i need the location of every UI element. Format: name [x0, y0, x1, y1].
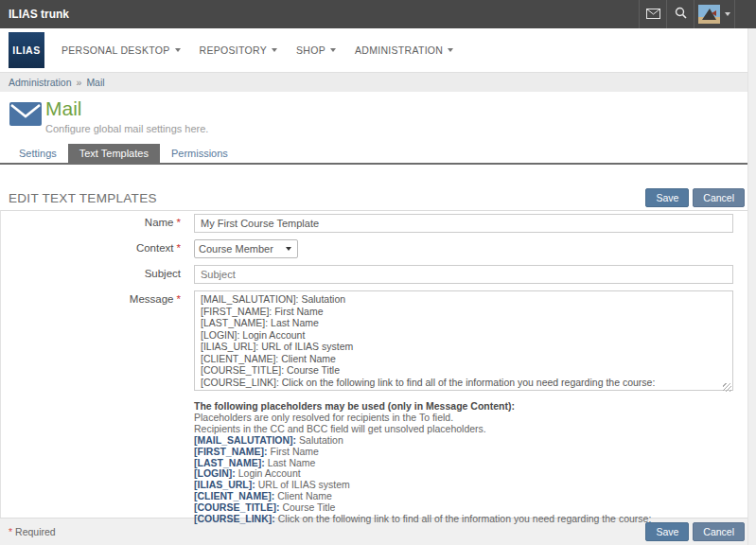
- context-label: Context*: [1, 239, 194, 258]
- resize-handle[interactable]: [723, 383, 731, 392]
- context-select[interactable]: Course Member: [194, 239, 298, 258]
- tab-text-templates[interactable]: Text Templates: [68, 144, 160, 163]
- breadcrumb: Administration » Mail: [0, 72, 756, 92]
- chevron-down-icon: [448, 48, 453, 52]
- search-icon: [675, 6, 687, 23]
- form-row-name: Name*: [1, 214, 756, 233]
- placeholder-help: The following placeholders may be used (…: [194, 401, 756, 525]
- form-toolbar: EDIT TEXT TEMPLATES Save Cancel: [0, 185, 756, 210]
- main-nav: ILIAS PERSONAL DESKTOP REPOSITORY SHOP A…: [0, 28, 756, 72]
- nav-item-personal-desktop[interactable]: PERSONAL DESKTOP: [52, 28, 190, 72]
- required-asterisk: *: [177, 242, 181, 254]
- edit-template-form: Name* Context* Course Member Subject Mes…: [0, 210, 756, 518]
- chevron-down-icon: [725, 12, 730, 16]
- name-input[interactable]: [194, 214, 733, 233]
- tab-bar: Settings Text Templates Permissions: [0, 144, 756, 165]
- placeholder-row: [MAIL_SALUTATION]:Salutation: [194, 435, 756, 447]
- top-bar: ILIAS trunk: [0, 0, 756, 28]
- page-subtitle: Configure global mail settings here.: [45, 123, 208, 134]
- required-asterisk: *: [177, 293, 181, 305]
- message-textarea[interactable]: [MAIL_SALUTATION]: Salutation [FIRST_NAM…: [194, 290, 733, 391]
- mail-button[interactable]: [639, 0, 666, 28]
- chevron-down-icon: [272, 48, 277, 52]
- nav-item-repository[interactable]: REPOSITORY: [190, 28, 287, 72]
- nav-item-administration[interactable]: ADMINISTRATION: [345, 28, 463, 72]
- required-asterisk: *: [177, 217, 181, 228]
- form-row-context: Context* Course Member: [1, 239, 756, 258]
- nav-item-shop[interactable]: SHOP: [287, 28, 345, 72]
- spacer: [0, 165, 756, 185]
- search-button[interactable]: [666, 0, 694, 28]
- form-row-subject: Subject: [1, 265, 756, 284]
- user-menu[interactable]: [694, 0, 735, 28]
- page-title: Mail: [45, 97, 82, 120]
- breadcrumb-separator: »: [77, 77, 82, 88]
- form-heading: EDIT TEXT TEMPLATES: [9, 191, 642, 205]
- subject-label: Subject: [1, 265, 194, 284]
- nav-menu: PERSONAL DESKTOP REPOSITORY SHOP ADMINIS…: [52, 28, 463, 72]
- tab-permissions[interactable]: Permissions: [160, 144, 239, 163]
- breadcrumb-administration[interactable]: Administration: [9, 77, 72, 88]
- tab-settings[interactable]: Settings: [8, 144, 68, 163]
- save-button-top[interactable]: Save: [645, 188, 689, 207]
- chevron-down-icon: [175, 48, 181, 52]
- ilias-logo[interactable]: ILIAS: [9, 32, 44, 68]
- save-button-bottom[interactable]: Save: [645, 522, 689, 541]
- name-label: Name*: [1, 214, 194, 233]
- required-asterisk: *: [9, 526, 12, 537]
- page-header: Mail Configure global mail settings here…: [0, 92, 756, 144]
- app-title: ILIAS trunk: [0, 0, 639, 28]
- form-row-message: Message* [MAIL_SALUTATION]: Salutation […: [1, 290, 756, 395]
- message-label: Message*: [1, 290, 194, 395]
- mail-icon: [646, 6, 660, 23]
- scrollbar[interactable]: [747, 28, 756, 545]
- cancel-button-top[interactable]: Cancel: [693, 188, 745, 207]
- mail-object-icon: [9, 102, 42, 130]
- ilias-admin-page: ILIAS trunk ILIAS: [0, 0, 756, 545]
- cancel-button-bottom[interactable]: Cancel: [693, 522, 745, 541]
- avatar: [698, 5, 720, 24]
- required-note: *Required: [9, 526, 642, 537]
- chevron-down-icon: [330, 48, 336, 52]
- top-icon-group: [639, 0, 735, 28]
- breadcrumb-mail[interactable]: Mail: [86, 77, 104, 88]
- placeholder-row: [FIRST_NAME]:First Name: [194, 447, 756, 458]
- subject-input[interactable]: [194, 265, 733, 284]
